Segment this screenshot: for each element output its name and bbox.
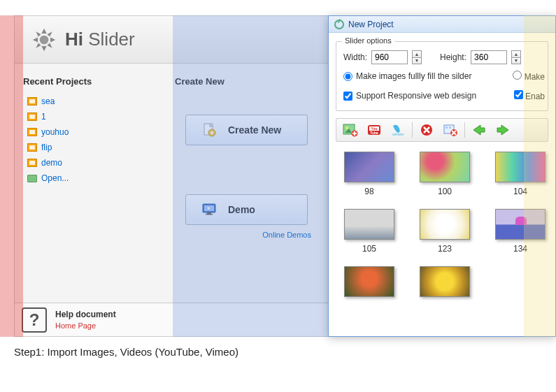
svg-text:Tube: Tube [370, 131, 378, 135]
thumbnail-label: 123 [438, 244, 452, 254]
overlay-stripe-red [0, 15, 23, 337]
toolbar-separator [412, 122, 413, 138]
help-icon[interactable]: ? [22, 307, 47, 333]
overlay-stripe-blue [173, 15, 328, 337]
dialog-title-text: New Project [348, 20, 394, 29]
thumbnail-image [344, 266, 394, 297]
svg-point-10 [345, 126, 348, 129]
thumbnail-item[interactable]: 105 [341, 209, 397, 254]
svg-rect-20 [445, 126, 448, 129]
recent-item[interactable]: flip [23, 140, 157, 155]
width-label: Width: [343, 52, 367, 62]
open-label: Open... [41, 173, 69, 183]
thumbnail-image [344, 152, 394, 182]
thumbnail-image [344, 209, 394, 240]
app-title: Hi Slider [65, 29, 135, 50]
thumbnail-item[interactable]: 123 [417, 209, 473, 254]
recent-item[interactable]: 1 [23, 109, 157, 124]
move-left-button[interactable] [469, 121, 489, 139]
thumbnail-label: 98 [364, 187, 373, 196]
svg-marker-24 [497, 125, 508, 135]
enable-checkbox[interactable] [514, 90, 523, 99]
project-file-icon [27, 128, 37, 136]
thumbnail-image [420, 152, 470, 182]
dialog-icon [334, 20, 344, 29]
folder-open-icon [27, 175, 37, 182]
svg-marker-23 [473, 125, 485, 135]
home-page-link[interactable]: Home Page [55, 321, 116, 330]
add-image-button[interactable] [341, 121, 360, 139]
app-logo-icon [31, 27, 57, 52]
recent-item-label: sea [41, 96, 55, 106]
recent-projects-panel: Recent Projects sea1youhuoflipdemoOpen..… [15, 64, 165, 294]
step-caption: Step1: Import Images, Videos (YouTube, V… [14, 346, 238, 358]
thumbnail-label: 105 [362, 244, 376, 254]
open-project-item[interactable]: Open... [23, 170, 157, 186]
project-file-icon [27, 159, 37, 167]
project-file-icon [27, 112, 37, 121]
slider-options-group: Slider options Width: ▲▼ Height: ▲▼ Make… [336, 41, 548, 111]
add-youtube-button[interactable]: YouTube [364, 121, 384, 139]
delete-button[interactable] [417, 121, 436, 139]
responsive-checkbox[interactable] [343, 92, 352, 101]
svg-point-0 [40, 35, 49, 44]
project-file-icon [27, 97, 37, 106]
recent-item[interactable]: youhuo [23, 124, 157, 140]
height-input[interactable] [471, 50, 507, 64]
make-radio[interactable] [513, 71, 522, 80]
thumbnail-item[interactable]: 98 [341, 152, 397, 196]
add-vimeo-button[interactable]: vimeo [388, 121, 408, 139]
image-toolbar: YouTube vimeo [336, 118, 548, 142]
recent-projects-title: Recent Projects [23, 76, 157, 87]
thumbnail-item[interactable] [417, 266, 473, 301]
clear-all-button[interactable] [441, 121, 460, 139]
fill-radio-label: Make images fullly fill the silder [356, 71, 471, 81]
svg-text:vimeo: vimeo [392, 132, 404, 136]
thumbnail-image [420, 209, 470, 240]
responsive-label: Support Responsive web design [356, 91, 476, 101]
thumbnail-item[interactable]: 100 [417, 152, 473, 196]
recent-item[interactable]: demo [23, 155, 157, 170]
recent-item-label: demo [41, 158, 62, 168]
dialog-titlebar: New Project [329, 16, 555, 33]
height-spinner[interactable]: ▲▼ [511, 50, 521, 64]
svg-rect-21 [449, 126, 451, 129]
fill-radio[interactable] [343, 72, 352, 81]
new-project-dialog: New Project Slider options Width: ▲▼ Hei… [328, 15, 556, 337]
overlay-stripe-yellow [524, 15, 556, 337]
thumbnail-image [420, 266, 470, 297]
recent-item-label: 1 [41, 112, 46, 122]
height-label: Height: [440, 52, 466, 62]
recent-item[interactable]: sea [23, 94, 157, 109]
recent-item-label: youhuo [41, 127, 69, 137]
thumbnail-label: 100 [438, 187, 452, 196]
recent-item-label: flip [41, 143, 52, 152]
thumbnail-item[interactable] [341, 266, 397, 301]
width-input[interactable] [371, 50, 408, 64]
slider-options-legend: Slider options [342, 36, 394, 45]
move-right-button[interactable] [493, 121, 513, 139]
project-file-icon [27, 143, 37, 152]
thumbnails-area: 98100104105123134 [329, 142, 555, 301]
width-spinner[interactable]: ▲▼ [412, 50, 422, 64]
help-document-label: Help document [55, 310, 116, 319]
toolbar-separator-2 [464, 122, 465, 138]
